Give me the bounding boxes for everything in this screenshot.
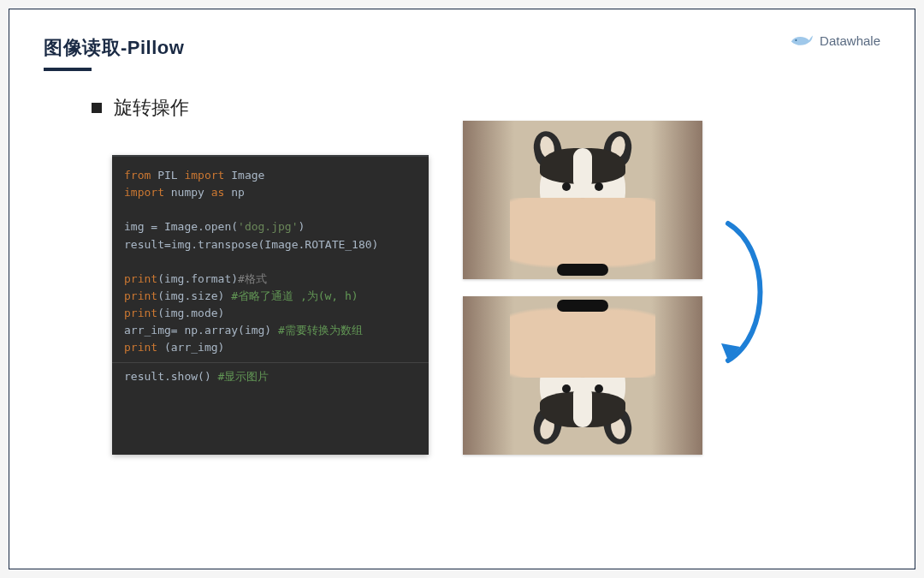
code-line-3: img = Image.open('dog.jpg')	[124, 218, 417, 235]
svg-point-0	[796, 39, 797, 41]
code-block: from PIL import Image import numpy as np…	[112, 155, 429, 455]
image-rotated	[463, 296, 702, 455]
brand: Datawhale	[789, 32, 880, 49]
whale-icon	[789, 32, 813, 49]
code-line-1: from PIL import Image	[124, 167, 417, 184]
images-column	[463, 121, 702, 455]
code-blank-1	[124, 201, 417, 218]
bullet-label: 旋转操作	[114, 95, 189, 121]
bullet-row: 旋转操作	[92, 95, 880, 121]
header: 图像读取-Pillow Datawhale	[44, 35, 880, 71]
brand-name: Datawhale	[820, 33, 880, 48]
code-line-6: print(img.size) #省略了通道 ,为(w, h)	[124, 288, 417, 305]
slide: 图像读取-Pillow Datawhale 旋转操作 from PIL impo…	[9, 9, 915, 569]
code-blank-2	[124, 253, 417, 271]
code-line-10: result.show() #显示图片	[124, 368, 417, 385]
title-underline	[44, 68, 92, 71]
code-line-9: print (arr_img)	[124, 339, 417, 356]
code-line-2: import numpy as np	[124, 184, 417, 201]
code-line-8: arr_img= np.array(img) #需要转换为数组	[124, 322, 417, 339]
code-divider	[112, 362, 429, 363]
code-line-5: print(img.format)#格式	[124, 271, 417, 288]
image-original	[463, 121, 702, 279]
slide-title: 图像读取-Pillow	[44, 35, 184, 61]
content-row: from PIL import Image import numpy as np…	[112, 155, 880, 455]
bullet-icon	[92, 103, 102, 113]
code-line-4: result=img.transpose(Image.ROTATE_180)	[124, 236, 417, 253]
title-block: 图像读取-Pillow	[44, 35, 184, 71]
code-line-7: print(img.mode)	[124, 305, 417, 322]
rotate-arrow-icon	[711, 215, 779, 369]
